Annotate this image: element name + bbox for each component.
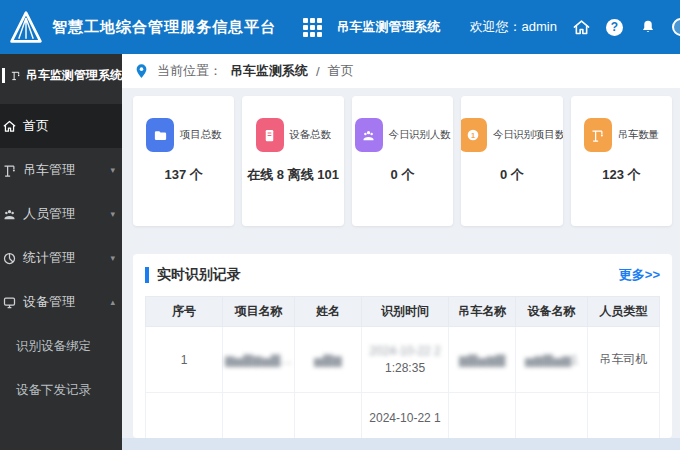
welcome-text: 欢迎您：admin	[470, 18, 557, 36]
cell-device: ▅▆▇▅▆1	[516, 327, 588, 393]
sidebar-item-device-binding[interactable]: 识别设备绑定	[0, 324, 122, 368]
help-icon[interactable]: ?	[606, 19, 623, 36]
title-accent-bar	[145, 267, 149, 283]
sidebar-header: 吊车监测管理系统	[0, 54, 122, 96]
username[interactable]: admin	[522, 19, 557, 34]
cell-crane: ▆▇▅▆▇	[449, 327, 516, 393]
breadcrumb-current[interactable]: 首页	[328, 62, 354, 80]
stat-label: 吊车数量	[618, 128, 659, 142]
sidebar-item-label: 设备管理	[23, 293, 75, 311]
chevron-down-icon: ▾	[110, 165, 115, 175]
sidebar-item-crane-mgmt[interactable]: 吊车管理 ▾	[0, 148, 122, 192]
cell-project: ▆▅▇▆▅▇…	[223, 327, 295, 393]
col-device: 设备名称	[516, 297, 588, 327]
system-name[interactable]: 吊车监测管理系统	[337, 18, 441, 36]
sidebar-item-personnel-mgmt[interactable]: 人员管理 ▾	[0, 192, 122, 236]
stat-value: 137 个	[165, 166, 203, 184]
sidebar-subitem-label: 设备下发记录	[16, 382, 91, 399]
stat-value: 0 个	[391, 166, 415, 184]
breadcrumb-prefix: 当前位置：	[157, 62, 222, 80]
stat-label: 今日识别人数	[389, 128, 451, 142]
stat-value: 0 个	[500, 166, 524, 184]
platform-title: 智慧工地综合管理服务信息平台	[52, 18, 276, 37]
cell-time: 2024-10-22 1	[361, 393, 448, 439]
monitor-icon	[2, 295, 17, 310]
stat-card-cranes: 吊车数量 123 个	[571, 96, 672, 226]
breadcrumb: 当前位置： 吊车监测系统 / 首页	[122, 54, 680, 88]
records-title: 实时识别记录	[157, 266, 241, 284]
people-icon	[355, 118, 383, 152]
sidebar: 吊车监测管理系统 首页 吊车管理 ▾ 人员管	[0, 54, 122, 450]
sidebar-item-device-dispatch-log[interactable]: 设备下发记录	[0, 368, 122, 412]
topbar: 智慧工地综合管理服务信息平台 吊车监测管理系统 欢迎您：admin ?	[0, 0, 680, 54]
stat-card-today-people: 今日识别人数 0 个	[352, 96, 453, 226]
cell-seq: 1	[146, 327, 223, 393]
pie-chart-icon	[2, 251, 17, 266]
cell-time: 2024-10-22 2 1:28:35	[361, 327, 448, 393]
records-table: 序号 项目名称 姓名 识别时间 吊车名称 设备名称 人员类型 1 ▆▅▇▆▅▇……	[145, 296, 660, 438]
stat-card-projects: 项目总数 137 个	[133, 96, 234, 226]
col-crane: 吊车名称	[449, 297, 516, 327]
crane-icon	[584, 118, 612, 152]
breadcrumb-parent[interactable]: 吊车监测系统	[230, 62, 308, 80]
platform-logo-icon	[8, 9, 44, 45]
stat-label: 设备总数	[290, 128, 331, 142]
crane-icon	[2, 163, 17, 178]
col-name: 姓名	[295, 297, 362, 327]
bell-icon[interactable]	[638, 18, 657, 37]
main-content: 当前位置： 吊车监测系统 / 首页 项目总数 137 个	[122, 54, 680, 450]
sidebar-item-home[interactable]: 首页	[0, 104, 122, 148]
location-pin-icon	[134, 63, 149, 79]
collapse-icon[interactable]	[2, 68, 5, 83]
chevron-up-icon: ▴	[110, 297, 115, 307]
stat-label: 今日识别项目数	[493, 128, 563, 142]
stat-card-today-projects: 1 今日识别项目数 0 个	[461, 96, 562, 226]
col-person-type: 人员类型	[588, 297, 660, 327]
sidebar-item-statistics-mgmt[interactable]: 统计管理 ▾	[0, 236, 122, 280]
sidebar-item-label: 首页	[23, 117, 49, 135]
breadcrumb-separator: /	[316, 64, 320, 79]
col-seq: 序号	[146, 297, 223, 327]
crane-icon	[10, 68, 21, 83]
sidebar-item-device-mgmt[interactable]: 设备管理 ▴	[0, 280, 122, 324]
more-link[interactable]: 更多>>	[619, 266, 660, 284]
table-row[interactable]: 2024-10-22 1	[146, 393, 660, 439]
col-time: 识别时间	[361, 297, 448, 327]
app-grid-icon[interactable]	[303, 18, 322, 37]
welcome-label: 欢迎您：	[470, 19, 522, 34]
sidebar-subitem-label: 识别设备绑定	[16, 338, 91, 355]
page-footer-strip	[122, 438, 680, 450]
sidebar-nav: 首页 吊车管理 ▾ 人员管理 ▾	[0, 96, 122, 412]
home-icon	[2, 119, 17, 134]
table-row[interactable]: 1 ▆▅▇▆▅▇… ▅▇▆ 2024-10-22 2 1:28:35 ▆▇▅▆▇…	[146, 327, 660, 393]
cell-name: ▅▇▆	[295, 327, 362, 393]
stat-cards: 项目总数 137 个 设备总数 在线 8 离线 101	[122, 88, 680, 226]
user-icon[interactable]	[672, 18, 680, 36]
folder-icon	[146, 118, 174, 152]
stat-label: 项目总数	[180, 128, 221, 142]
svg-text:1: 1	[471, 131, 475, 140]
table-header-row: 序号 项目名称 姓名 识别时间 吊车名称 设备名称 人员类型	[146, 297, 660, 327]
sidebar-header-label: 吊车监测管理系统	[26, 67, 122, 84]
col-project: 项目名称	[223, 297, 295, 327]
device-icon	[256, 118, 284, 152]
users-icon	[2, 207, 17, 222]
sidebar-item-label: 统计管理	[23, 249, 75, 267]
number-badge-icon: 1	[461, 118, 487, 152]
records-panel: 实时识别记录 更多>> 序号 项目名称 姓名 识别时间 吊车名称 设备名称	[133, 254, 672, 438]
chevron-down-icon: ▾	[110, 209, 115, 219]
cell-person-type: 吊车司机	[588, 327, 660, 393]
chevron-down-icon: ▾	[110, 253, 115, 263]
stat-value: 在线 8 离线 101	[247, 166, 339, 184]
home-icon[interactable]	[572, 18, 591, 37]
stat-value: 123 个	[602, 166, 640, 184]
sidebar-item-label: 人员管理	[23, 205, 75, 223]
sidebar-item-label: 吊车管理	[23, 161, 75, 179]
stat-card-devices: 设备总数 在线 8 离线 101	[242, 96, 343, 226]
